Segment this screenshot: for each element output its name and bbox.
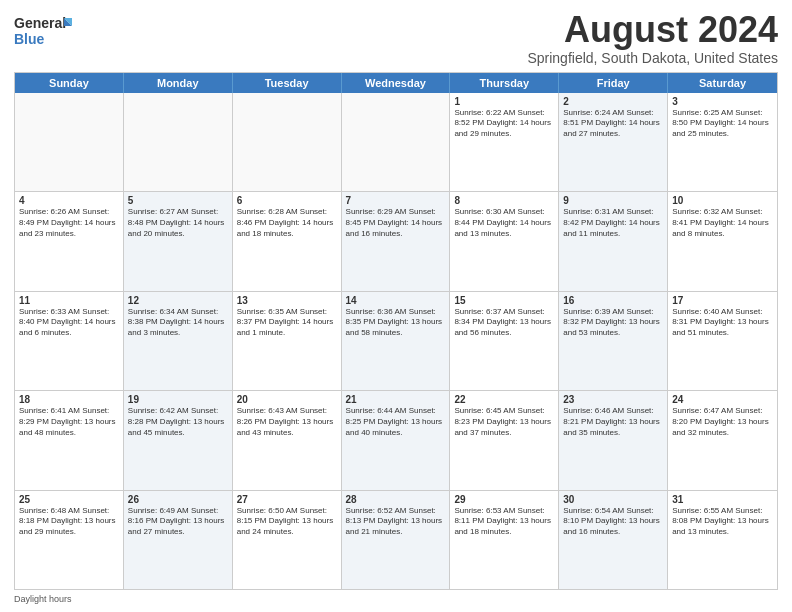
day-cell-21: 21Sunrise: 6:44 AM Sunset: 8:25 PM Dayli… xyxy=(342,391,451,489)
cell-info: Sunrise: 6:55 AM Sunset: 8:08 PM Dayligh… xyxy=(672,506,773,538)
subtitle: Springfield, South Dakota, United States xyxy=(527,50,778,66)
day-number: 11 xyxy=(19,295,119,306)
day-cell-20: 20Sunrise: 6:43 AM Sunset: 8:26 PM Dayli… xyxy=(233,391,342,489)
title-section: August 2024 Springfield, South Dakota, U… xyxy=(527,10,778,66)
day-cell-2: 2Sunrise: 6:24 AM Sunset: 8:51 PM Daylig… xyxy=(559,93,668,191)
day-number: 22 xyxy=(454,394,554,405)
cell-info: Sunrise: 6:54 AM Sunset: 8:10 PM Dayligh… xyxy=(563,506,663,538)
day-number: 20 xyxy=(237,394,337,405)
cell-info: Sunrise: 6:39 AM Sunset: 8:32 PM Dayligh… xyxy=(563,307,663,339)
day-cell-28: 28Sunrise: 6:52 AM Sunset: 8:13 PM Dayli… xyxy=(342,491,451,589)
cell-info: Sunrise: 6:30 AM Sunset: 8:44 PM Dayligh… xyxy=(454,207,554,239)
logo: General Blue xyxy=(14,10,76,50)
cell-info: Sunrise: 6:26 AM Sunset: 8:49 PM Dayligh… xyxy=(19,207,119,239)
day-number: 15 xyxy=(454,295,554,306)
cell-info: Sunrise: 6:50 AM Sunset: 8:15 PM Dayligh… xyxy=(237,506,337,538)
day-number: 19 xyxy=(128,394,228,405)
day-cell-9: 9Sunrise: 6:31 AM Sunset: 8:42 PM Daylig… xyxy=(559,192,668,290)
day-cell-1: 1Sunrise: 6:22 AM Sunset: 8:52 PM Daylig… xyxy=(450,93,559,191)
calendar-row-1: 1Sunrise: 6:22 AM Sunset: 8:52 PM Daylig… xyxy=(15,93,777,192)
day-number: 31 xyxy=(672,494,773,505)
day-cell-7: 7Sunrise: 6:29 AM Sunset: 8:45 PM Daylig… xyxy=(342,192,451,290)
day-cell-4: 4Sunrise: 6:26 AM Sunset: 8:49 PM Daylig… xyxy=(15,192,124,290)
day-cell-15: 15Sunrise: 6:37 AM Sunset: 8:34 PM Dayli… xyxy=(450,292,559,390)
day-number: 4 xyxy=(19,195,119,206)
empty-cell xyxy=(15,93,124,191)
cell-info: Sunrise: 6:27 AM Sunset: 8:48 PM Dayligh… xyxy=(128,207,228,239)
day-number: 8 xyxy=(454,195,554,206)
day-number: 26 xyxy=(128,494,228,505)
day-number: 1 xyxy=(454,96,554,107)
cell-info: Sunrise: 6:37 AM Sunset: 8:34 PM Dayligh… xyxy=(454,307,554,339)
calendar-row-4: 18Sunrise: 6:41 AM Sunset: 8:29 PM Dayli… xyxy=(15,391,777,490)
cell-info: Sunrise: 6:47 AM Sunset: 8:20 PM Dayligh… xyxy=(672,406,773,438)
calendar: SundayMondayTuesdayWednesdayThursdayFrid… xyxy=(14,72,778,590)
cell-info: Sunrise: 6:25 AM Sunset: 8:50 PM Dayligh… xyxy=(672,108,773,140)
day-cell-23: 23Sunrise: 6:46 AM Sunset: 8:21 PM Dayli… xyxy=(559,391,668,489)
day-cell-22: 22Sunrise: 6:45 AM Sunset: 8:23 PM Dayli… xyxy=(450,391,559,489)
cell-info: Sunrise: 6:44 AM Sunset: 8:25 PM Dayligh… xyxy=(346,406,446,438)
day-number: 21 xyxy=(346,394,446,405)
cell-info: Sunrise: 6:29 AM Sunset: 8:45 PM Dayligh… xyxy=(346,207,446,239)
day-of-week-saturday: Saturday xyxy=(668,73,777,93)
header: General Blue August 2024 Springfield, So… xyxy=(14,10,778,66)
day-number: 9 xyxy=(563,195,663,206)
cell-info: Sunrise: 6:45 AM Sunset: 8:23 PM Dayligh… xyxy=(454,406,554,438)
logo-icon: General Blue xyxy=(14,10,74,50)
cell-info: Sunrise: 6:42 AM Sunset: 8:28 PM Dayligh… xyxy=(128,406,228,438)
day-cell-17: 17Sunrise: 6:40 AM Sunset: 8:31 PM Dayli… xyxy=(668,292,777,390)
day-cell-5: 5Sunrise: 6:27 AM Sunset: 8:48 PM Daylig… xyxy=(124,192,233,290)
svg-text:General: General xyxy=(14,15,66,31)
day-number: 18 xyxy=(19,394,119,405)
cell-info: Sunrise: 6:41 AM Sunset: 8:29 PM Dayligh… xyxy=(19,406,119,438)
day-cell-16: 16Sunrise: 6:39 AM Sunset: 8:32 PM Dayli… xyxy=(559,292,668,390)
day-cell-24: 24Sunrise: 6:47 AM Sunset: 8:20 PM Dayli… xyxy=(668,391,777,489)
day-cell-27: 27Sunrise: 6:50 AM Sunset: 8:15 PM Dayli… xyxy=(233,491,342,589)
day-number: 2 xyxy=(563,96,663,107)
day-number: 29 xyxy=(454,494,554,505)
day-number: 14 xyxy=(346,295,446,306)
day-number: 28 xyxy=(346,494,446,505)
day-cell-18: 18Sunrise: 6:41 AM Sunset: 8:29 PM Dayli… xyxy=(15,391,124,489)
day-of-week-thursday: Thursday xyxy=(450,73,559,93)
cell-info: Sunrise: 6:48 AM Sunset: 8:18 PM Dayligh… xyxy=(19,506,119,538)
day-number: 7 xyxy=(346,195,446,206)
day-cell-3: 3Sunrise: 6:25 AM Sunset: 8:50 PM Daylig… xyxy=(668,93,777,191)
day-number: 5 xyxy=(128,195,228,206)
cell-info: Sunrise: 6:33 AM Sunset: 8:40 PM Dayligh… xyxy=(19,307,119,339)
day-cell-11: 11Sunrise: 6:33 AM Sunset: 8:40 PM Dayli… xyxy=(15,292,124,390)
day-of-week-sunday: Sunday xyxy=(15,73,124,93)
cell-info: Sunrise: 6:22 AM Sunset: 8:52 PM Dayligh… xyxy=(454,108,554,140)
day-cell-25: 25Sunrise: 6:48 AM Sunset: 8:18 PM Dayli… xyxy=(15,491,124,589)
day-cell-14: 14Sunrise: 6:36 AM Sunset: 8:35 PM Dayli… xyxy=(342,292,451,390)
day-cell-6: 6Sunrise: 6:28 AM Sunset: 8:46 PM Daylig… xyxy=(233,192,342,290)
empty-cell xyxy=(342,93,451,191)
svg-text:Blue: Blue xyxy=(14,31,45,47)
day-of-week-tuesday: Tuesday xyxy=(233,73,342,93)
empty-cell xyxy=(233,93,342,191)
cell-info: Sunrise: 6:40 AM Sunset: 8:31 PM Dayligh… xyxy=(672,307,773,339)
day-number: 6 xyxy=(237,195,337,206)
calendar-row-5: 25Sunrise: 6:48 AM Sunset: 8:18 PM Dayli… xyxy=(15,491,777,589)
cell-info: Sunrise: 6:31 AM Sunset: 8:42 PM Dayligh… xyxy=(563,207,663,239)
cell-info: Sunrise: 6:24 AM Sunset: 8:51 PM Dayligh… xyxy=(563,108,663,140)
day-cell-8: 8Sunrise: 6:30 AM Sunset: 8:44 PM Daylig… xyxy=(450,192,559,290)
calendar-row-2: 4Sunrise: 6:26 AM Sunset: 8:49 PM Daylig… xyxy=(15,192,777,291)
day-cell-29: 29Sunrise: 6:53 AM Sunset: 8:11 PM Dayli… xyxy=(450,491,559,589)
cell-info: Sunrise: 6:34 AM Sunset: 8:38 PM Dayligh… xyxy=(128,307,228,339)
day-number: 24 xyxy=(672,394,773,405)
cell-info: Sunrise: 6:46 AM Sunset: 8:21 PM Dayligh… xyxy=(563,406,663,438)
cell-info: Sunrise: 6:52 AM Sunset: 8:13 PM Dayligh… xyxy=(346,506,446,538)
day-cell-12: 12Sunrise: 6:34 AM Sunset: 8:38 PM Dayli… xyxy=(124,292,233,390)
cell-info: Sunrise: 6:28 AM Sunset: 8:46 PM Dayligh… xyxy=(237,207,337,239)
day-number: 17 xyxy=(672,295,773,306)
day-cell-13: 13Sunrise: 6:35 AM Sunset: 8:37 PM Dayli… xyxy=(233,292,342,390)
cell-info: Sunrise: 6:43 AM Sunset: 8:26 PM Dayligh… xyxy=(237,406,337,438)
day-cell-19: 19Sunrise: 6:42 AM Sunset: 8:28 PM Dayli… xyxy=(124,391,233,489)
cell-info: Sunrise: 6:49 AM Sunset: 8:16 PM Dayligh… xyxy=(128,506,228,538)
day-number: 12 xyxy=(128,295,228,306)
day-number: 25 xyxy=(19,494,119,505)
day-of-week-monday: Monday xyxy=(124,73,233,93)
day-number: 30 xyxy=(563,494,663,505)
cell-info: Sunrise: 6:32 AM Sunset: 8:41 PM Dayligh… xyxy=(672,207,773,239)
